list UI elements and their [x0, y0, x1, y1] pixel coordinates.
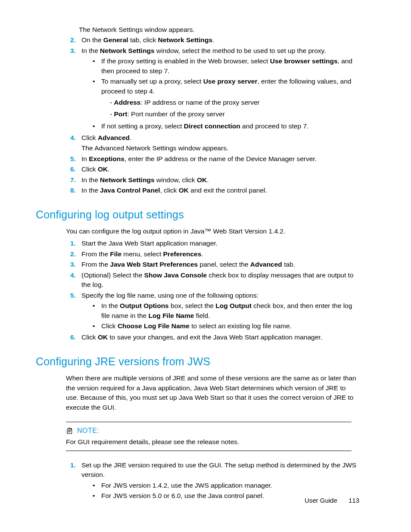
step-number: 3. — [70, 46, 81, 132]
t: In — [81, 155, 89, 162]
step-number: 4. — [70, 271, 81, 290]
step-body: Click OK to save your changes, and exit … — [81, 333, 359, 342]
step-body: Click Advanced. The Advanced Network Set… — [81, 133, 359, 153]
t-bold: Use proxy server — [203, 78, 258, 85]
t-bold: Use browser settings — [270, 57, 338, 65]
step-body: In Exceptions, enter the IP address or t… — [81, 154, 359, 164]
note-header: NOTE: — [66, 426, 352, 436]
step-body: Start the Java Web Start application man… — [81, 239, 359, 248]
bullet-body: For JWS version 1.4.2, use the JWS appli… — [101, 481, 359, 490]
t-bold: Advanced — [250, 261, 282, 268]
list-item: • If the proxy setting is enabled in the… — [93, 56, 359, 76]
step-body: (Optional) Select the Show Java Console … — [81, 271, 359, 290]
t: . — [201, 250, 203, 258]
t-bold: OK — [98, 165, 108, 173]
bullet-body: In the Output Options box, select the Lo… — [101, 301, 359, 320]
step-number: 5. — [70, 154, 81, 164]
list-item: • For JWS version 1.4.2, use the JWS app… — [93, 481, 359, 490]
list-item: • Click Choose Log File Name to select a… — [93, 321, 359, 331]
step-body: Click OK. — [81, 165, 359, 174]
divider — [66, 451, 352, 451]
step-number: 8. — [70, 186, 81, 195]
sub-item: - Address: IP address or name of the pro… — [110, 98, 359, 107]
t-bold: General — [103, 36, 128, 44]
t: Specify the log file name, using one of … — [81, 292, 258, 299]
t-bold: Preferences — [163, 250, 202, 258]
intro-text: The Network Settings window appears. — [79, 25, 359, 34]
bullet-list: • If the proxy setting is enabled in the… — [93, 56, 359, 131]
step-body: On the General tab, click Network Settin… — [81, 35, 359, 45]
t-bold: Port — [114, 110, 127, 118]
bullet-icon: • — [93, 121, 101, 131]
step-1: 1. Start the Java Web Start application … — [70, 239, 359, 248]
page-number: 113 — [349, 497, 359, 504]
t: To manually set up a proxy, select — [101, 78, 203, 85]
step-number: 1. — [70, 460, 81, 502]
section1-steps: 2. On the General tab, click Network Set… — [70, 35, 359, 195]
bullet-icon: • — [93, 491, 101, 501]
step-6: 6. Click OK to save your changes, and ex… — [70, 333, 359, 342]
bullet-body: If not setting a proxy, select Direct co… — [101, 121, 359, 131]
section3-steps: 1. Set up the JRE version required to us… — [70, 460, 359, 502]
list-item: • If not setting a proxy, select Direct … — [93, 121, 359, 131]
bullet-icon: • — [93, 56, 101, 76]
t: From the — [81, 250, 110, 258]
step-number: 2. — [70, 35, 81, 45]
t: window, select the method to be used to … — [155, 47, 326, 54]
t: . — [108, 165, 109, 173]
t: On the — [81, 36, 103, 44]
t: field. — [194, 312, 210, 319]
t: Set up the JRE version required to use t… — [81, 461, 356, 478]
note-text: For GUI requirement details, please see … — [66, 437, 352, 447]
step-3: 3. In the Network Settings window, selec… — [70, 46, 359, 132]
t-bold: Network Settings — [158, 36, 213, 44]
t: . — [130, 134, 131, 141]
bullet-icon: • — [93, 321, 101, 331]
step-number: 3. — [70, 260, 81, 269]
t: to save your changes, and exit the Java … — [108, 333, 322, 341]
t: Click — [81, 165, 98, 173]
t-bold: Network Settings — [100, 176, 155, 184]
page: The Network Settings window appears. 2. … — [0, 0, 411, 532]
bullet-icon: • — [93, 481, 101, 490]
step-body: In the Java Control Panel, click OK and … — [81, 186, 359, 195]
note-icon — [66, 427, 74, 435]
t: window, click — [155, 176, 197, 184]
step-body: From the File menu, select Preferences. — [81, 249, 359, 259]
t: Click — [81, 333, 98, 341]
step-body: Set up the JRE version required to use t… — [81, 460, 359, 502]
step-number: 2. — [70, 249, 81, 259]
t: box, select the — [169, 302, 216, 309]
t: tab. — [282, 261, 295, 268]
t: , click — [160, 187, 179, 194]
heading-jre-versions: Configuring JRE versions from JWS — [36, 354, 359, 369]
t-bold: Direct connection — [184, 122, 240, 130]
t: : Port number of the proxy server — [127, 110, 225, 118]
t: . — [207, 176, 209, 184]
bullet-icon: • — [93, 301, 101, 320]
t: From the — [81, 261, 110, 268]
t: tab, click — [128, 36, 158, 44]
t: If not setting a proxy, select — [101, 122, 184, 130]
note-label: NOTE: — [77, 426, 99, 436]
bullet-body: To manually set up a proxy, select Use p… — [101, 77, 359, 121]
heading-log-output: Configuring log output settings — [36, 207, 359, 222]
t: and proceed to step 7. — [240, 122, 309, 130]
bullet-body: If the proxy setting is enabled in the W… — [101, 56, 359, 76]
step-4: 4. (Optional) Select the Show Java Conso… — [70, 271, 359, 290]
step-body: In the Network Settings window, select t… — [81, 46, 359, 132]
step-1: 1. Set up the JRE version required to us… — [70, 460, 359, 502]
t: : IP address or name of the proxy server — [141, 99, 260, 106]
step-body: In the Network Settings window, click OK… — [81, 175, 359, 185]
t: Click — [101, 322, 118, 330]
t: to select an existing log file name. — [190, 322, 292, 330]
bullet-body: Click Choose Log File Name to select an … — [101, 321, 359, 331]
step-7: 7. In the Network Settings window, click… — [70, 175, 359, 185]
t: and exit the control panel. — [189, 187, 267, 194]
footer-label: User Guide — [305, 497, 337, 504]
t: If the proxy setting is enabled in the W… — [101, 57, 270, 65]
t-bold: Address — [114, 99, 140, 106]
step-extra: The Advanced Network Settings window app… — [81, 143, 359, 153]
sub-item: - Port: Port number of the proxy server — [110, 109, 359, 119]
bullet-icon: • — [93, 77, 101, 121]
